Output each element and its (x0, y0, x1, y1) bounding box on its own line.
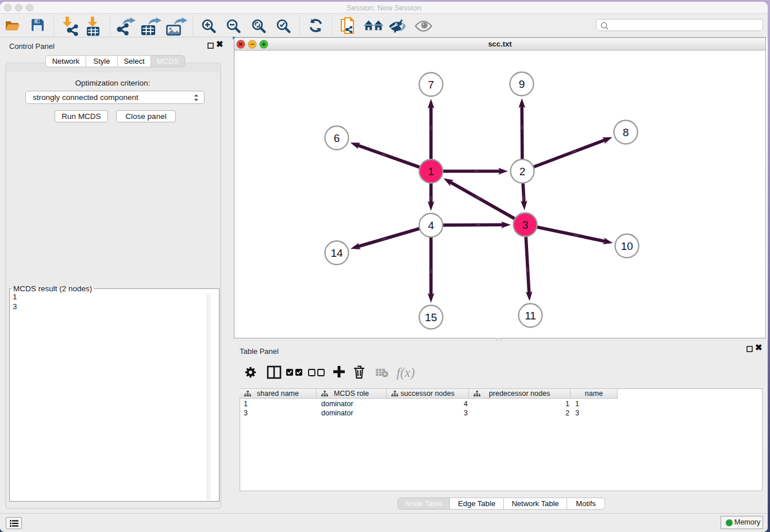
svg-text:2: 2 (519, 165, 526, 178)
svg-text:6: 6 (334, 132, 340, 144)
svg-text:14: 14 (330, 247, 343, 259)
svg-text:9: 9 (519, 78, 525, 90)
svg-text:f(x): f(x) (396, 365, 415, 380)
svg-text:11: 11 (525, 310, 536, 322)
svg-text:15: 15 (425, 311, 437, 323)
svg-text:4: 4 (428, 219, 434, 232)
svg-text:3: 3 (522, 219, 529, 231)
svg-text:1: 1 (428, 165, 434, 178)
svg-text:10: 10 (621, 240, 633, 252)
svg-text:7: 7 (428, 79, 434, 91)
svg-text:8: 8 (623, 126, 629, 138)
